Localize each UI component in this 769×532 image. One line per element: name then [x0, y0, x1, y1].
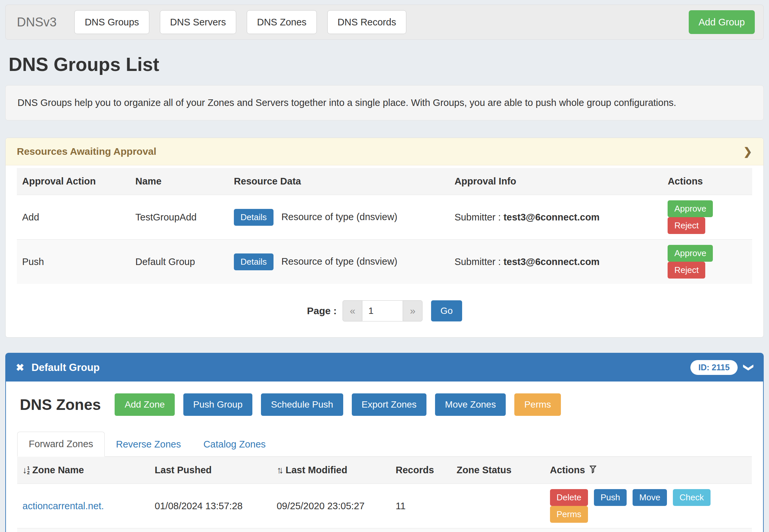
approve-button[interactable]: Approve [668, 245, 713, 262]
approval-info-cell: Submitter : test3@6connect.com [449, 240, 663, 284]
approve-button[interactable]: Approve [668, 200, 713, 217]
sort-updown-icon[interactable]: ↑↓ [277, 465, 281, 475]
details-button[interactable]: Details [234, 253, 273, 270]
approval-info-cell: Submitter : test3@6connect.com [449, 195, 663, 240]
approval-actions-cell: Approve Reject [662, 240, 752, 284]
push-group-button[interactable]: Push Group [183, 393, 252, 416]
details-button[interactable]: Details [234, 209, 273, 226]
approval-row: Add TestGroupAdd Details Resource of typ… [17, 195, 752, 240]
pagination: Page : « » Go [17, 300, 752, 321]
group-panel-body: DNS Zones Add Zone Push Group Schedule P… [6, 382, 763, 532]
move-zones-button[interactable]: Move Zones [435, 393, 506, 416]
approval-action-cell: Add [17, 195, 130, 240]
move-button[interactable]: Move [633, 489, 667, 506]
zone-actions-cell: Delete Push Move Check Perms [545, 528, 752, 532]
approval-action-cell: Push [17, 240, 130, 284]
zone-actions-cell: Delete Push Move Check Perms [545, 484, 752, 528]
page-label: Page : [307, 305, 337, 316]
page-input[interactable] [362, 300, 403, 321]
col-zone-name[interactable]: ↓12Zone Name [17, 457, 149, 484]
main-nav: DNS Groups DNS Servers DNS Zones DNS Rec… [74, 10, 406, 34]
group-panel: ✖ Default Group ID: 2115 ❯ DNS Zones Add… [5, 353, 764, 532]
next-page-button[interactable]: » [403, 300, 422, 321]
schedule-push-button[interactable]: Schedule Push [261, 393, 343, 416]
nav-dns-zones[interactable]: DNS Zones [247, 10, 317, 34]
col-row-actions: Actions [545, 457, 752, 484]
col-resource-data: Resource Data [229, 168, 449, 195]
page-description: DNS Groups help you to organize all of y… [5, 85, 764, 120]
app-brand: DNSv3 [17, 15, 56, 29]
zone-link[interactable]: actioncarrental.net. [22, 501, 104, 511]
last-pushed-cell: 01/08/2024 13:57:28 [149, 528, 271, 532]
go-button[interactable]: Go [431, 300, 462, 321]
reject-button[interactable]: Reject [668, 262, 705, 279]
zone-row: alarmsupply.net. 01/08/2024 13:57:28 07/… [17, 528, 752, 532]
add-group-button[interactable]: Add Group [689, 10, 755, 34]
top-navbar: DNSv3 DNS Groups DNS Servers DNS Zones D… [5, 5, 764, 40]
tab-catalog-zones[interactable]: Catalog Zones [192, 432, 277, 456]
zones-toolbar: DNS Zones Add Zone Push Group Schedule P… [17, 393, 752, 416]
zones-table-header-row: ↓12Zone Name Last Pushed ↑↓Last Modified… [17, 457, 752, 484]
last-modified-cell: 09/25/2020 23:05:27 [271, 484, 390, 528]
filter-icon[interactable] [589, 465, 597, 474]
tab-reverse-zones[interactable]: Reverse Zones [105, 432, 192, 456]
approval-row: Push Default Group Details Resource of t… [17, 240, 752, 284]
push-button[interactable]: Push [594, 489, 627, 506]
nav-dns-groups[interactable]: DNS Groups [74, 10, 149, 34]
col-actions: Actions [662, 168, 752, 195]
approval-resource-cell: Details Resource of type (dnsview) [229, 240, 449, 284]
page-title: DNS Groups List [9, 53, 764, 75]
chevron-down-icon[interactable]: ❯ [743, 363, 755, 372]
submitter-email: test3@6connect.com [503, 212, 600, 222]
col-records: Records [390, 457, 451, 484]
submitter-email: test3@6connect.com [503, 256, 600, 267]
last-modified-cell: 07/24/2017 20:04:06 [271, 528, 390, 532]
resource-description: Resource of type (dnsview) [282, 212, 397, 222]
check-button[interactable]: Check [673, 489, 711, 506]
zone-status-cell [451, 528, 544, 532]
export-zones-button[interactable]: Export Zones [352, 393, 427, 416]
group-panel-header[interactable]: ✖ Default Group ID: 2115 ❯ [6, 353, 763, 382]
approval-panel: Resources Awaiting Approval ❯ Approval A… [5, 138, 764, 338]
delete-button[interactable]: Delete [550, 489, 588, 506]
col-last-pushed: Last Pushed [149, 457, 271, 484]
close-icon[interactable]: ✖ [16, 363, 24, 373]
records-cell: 11 [390, 484, 451, 528]
group-panel-title: Default Group [31, 362, 100, 374]
zones-table: ↓12Zone Name Last Pushed ↑↓Last Modified… [17, 457, 752, 532]
zone-name-cell: alarmsupply.net. [17, 528, 149, 532]
zone-status-cell [451, 484, 544, 528]
col-approval-info: Approval Info [449, 168, 663, 195]
chevron-right-icon[interactable]: ❯ [743, 145, 752, 158]
approval-table-header-row: Approval Action Name Resource Data Appro… [17, 168, 752, 195]
group-id-badge: ID: 2115 [690, 360, 738, 375]
nav-dns-records[interactable]: DNS Records [327, 10, 406, 34]
approval-panel-title: Resources Awaiting Approval [17, 146, 156, 157]
last-pushed-cell: 01/08/2024 13:57:28 [149, 484, 271, 528]
records-cell: 12 [390, 528, 451, 532]
col-last-modified[interactable]: ↑↓Last Modified [271, 457, 390, 484]
add-zone-button[interactable]: Add Zone [115, 393, 174, 416]
zones-tab-bar: Forward Zones Reverse Zones Catalog Zone… [17, 432, 752, 457]
sort-numeric-down-icon[interactable]: ↓12 [22, 465, 30, 476]
resource-description: Resource of type (dnsview) [282, 256, 397, 267]
perms-row-button[interactable]: Perms [550, 506, 588, 523]
prev-page-button[interactable]: « [343, 300, 362, 321]
col-approval-action: Approval Action [17, 168, 130, 195]
approval-actions-cell: Approve Reject [662, 195, 752, 240]
submitter-label: Submitter : [454, 212, 501, 222]
approval-table: Approval Action Name Resource Data Appro… [17, 168, 752, 284]
col-zone-status: Zone Status [451, 457, 544, 484]
nav-dns-servers[interactable]: DNS Servers [160, 10, 236, 34]
approval-panel-header[interactable]: Resources Awaiting Approval ❯ [6, 138, 763, 165]
col-name: Name [130, 168, 229, 195]
tab-forward-zones[interactable]: Forward Zones [17, 432, 105, 457]
page-container: DNS Groups List DNS Groups help you to o… [0, 53, 769, 532]
approval-name-cell: Default Group [130, 240, 229, 284]
reject-button[interactable]: Reject [668, 217, 705, 234]
perms-button[interactable]: Perms [514, 393, 561, 416]
zones-heading: DNS Zones [20, 396, 101, 414]
approval-resource-cell: Details Resource of type (dnsview) [229, 195, 449, 240]
zone-name-cell: actioncarrental.net. [17, 484, 149, 528]
approval-name-cell: TestGroupAdd [130, 195, 229, 240]
